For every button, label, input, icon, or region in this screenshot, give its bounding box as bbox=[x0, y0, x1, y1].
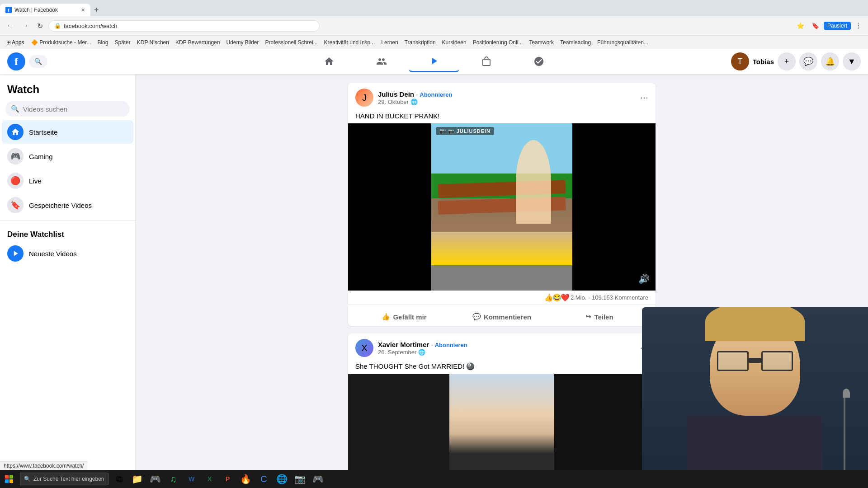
bookmark-item[interactable]: KDP Nischen bbox=[135, 38, 171, 47]
comment-label: Kommentieren bbox=[484, 313, 531, 321]
word-icon[interactable]: W bbox=[183, 470, 201, 488]
bookmark-label-11: Positionierung Onli... bbox=[473, 39, 523, 46]
bookmark-label-1: Blog bbox=[97, 39, 108, 46]
address-bar[interactable]: 🔒 facebook.com/watch bbox=[48, 20, 320, 32]
bookmark-item[interactable]: Blog bbox=[95, 38, 110, 47]
post-more-button-1[interactable]: ··· bbox=[640, 92, 648, 103]
add-button[interactable]: + bbox=[778, 52, 796, 70]
subscribe-button-2[interactable]: Abonnieren bbox=[435, 342, 467, 348]
taskview-button[interactable]: ⧉ bbox=[110, 470, 128, 488]
nav-marketplace[interactable] bbox=[461, 51, 512, 72]
bookmark-icon[interactable]: 🔖 bbox=[809, 20, 822, 31]
profile-icon[interactable]: Pausiert bbox=[824, 22, 851, 30]
bookmark-item[interactable]: Später bbox=[113, 38, 132, 47]
sidebar-item-startseite[interactable]: Startseite bbox=[2, 120, 133, 144]
apps-bookmark[interactable]: ⊞ Apps bbox=[4, 38, 27, 47]
sidebar-item-saved[interactable]: 🔖 Gespeicherte Videos bbox=[2, 193, 133, 217]
nav-friends[interactable] bbox=[356, 51, 407, 72]
post-video-2[interactable] bbox=[348, 374, 656, 474]
browser-chrome: f Watch | Facebook ✕ + ← → ↻ 🔒 facebook.… bbox=[0, 0, 868, 49]
comment-icon: 💬 bbox=[472, 313, 481, 321]
share-button-1[interactable]: ↪ Teilen bbox=[551, 309, 648, 324]
active-tab[interactable]: f Watch | Facebook ✕ bbox=[0, 4, 90, 16]
extensions-icon[interactable]: ⭐ bbox=[794, 20, 807, 31]
explorer-icon[interactable]: 📁 bbox=[128, 470, 146, 488]
lock-icon: 🔒 bbox=[54, 23, 61, 29]
sidebar-label-newest: Neueste Videos bbox=[29, 250, 77, 258]
nav-watch[interactable] bbox=[409, 51, 459, 72]
edge-icon[interactable]: 🔥 bbox=[237, 470, 255, 488]
bookmark-label-12: Teamwork bbox=[529, 39, 554, 46]
bookmark-label-8: Lernen bbox=[381, 39, 398, 46]
taskbar-search-icon: 🔍 bbox=[24, 476, 31, 482]
photo-icon[interactable]: 📷 bbox=[291, 470, 309, 488]
bookmark-item[interactable]: Lernen bbox=[379, 38, 400, 47]
excel-icon[interactable]: X bbox=[201, 470, 219, 488]
apps-label: Apps bbox=[12, 39, 24, 46]
bookmark-label-14: Führungsqualitäten... bbox=[597, 39, 648, 46]
bookmark-item[interactable]: Udemy Bilder bbox=[224, 38, 260, 47]
like-reaction-icon: 👍 bbox=[544, 293, 553, 302]
taskbar-search-text: Zur Suche Text hier eingeben bbox=[33, 476, 104, 482]
video-watermark-1: 📷 JULIUSDEIN bbox=[448, 128, 491, 134]
browser-icon-2[interactable]: 🌐 bbox=[273, 470, 291, 488]
comment-button-1[interactable]: 💬 Kommentieren bbox=[453, 309, 551, 324]
bookmark-item[interactable]: Kursideen bbox=[440, 38, 468, 47]
post-header-2: X Xavier Mortimer · Abonnieren 26. Septe… bbox=[348, 333, 656, 361]
sidebar-item-live[interactable]: 🔴 Live bbox=[2, 169, 133, 192]
nav-groups[interactable] bbox=[514, 51, 564, 72]
bookmark-item[interactable]: Positionierung Onli... bbox=[471, 38, 525, 47]
reaction-count: 2 Mio. bbox=[571, 294, 586, 301]
bookmark-item[interactable]: 🔶 Produktsuche - Mer... bbox=[29, 38, 93, 47]
post-header-1: J Julius Dein · Abonnieren 29. Oktober 🌐… bbox=[348, 83, 656, 110]
sidebar-search-bar[interactable]: 🔍 bbox=[5, 101, 130, 117]
xbox-icon[interactable]: 🎮 bbox=[309, 470, 327, 488]
sidebar-item-gaming[interactable]: 🎮 Gaming bbox=[2, 145, 133, 168]
bookmark-item[interactable]: Führungsqualitäten... bbox=[595, 38, 650, 47]
menu-icon[interactable]: ⋮ bbox=[853, 20, 864, 31]
search-icon: 🔍 bbox=[34, 58, 42, 65]
sidebar-label-live: Live bbox=[29, 177, 42, 185]
bookmark-label-3: KDP Nischen bbox=[137, 39, 169, 46]
video-sound-button[interactable]: 🔊 bbox=[637, 272, 651, 286]
post-video-1[interactable]: 📷 📷 JULIUSDEIN 🔊 bbox=[348, 123, 656, 291]
chrome-icon[interactable]: C bbox=[255, 470, 273, 488]
tab-close-button[interactable]: ✕ bbox=[81, 7, 85, 13]
spotify-icon[interactable]: ♫ bbox=[165, 470, 183, 488]
post-title-2: She THOUGHT She Got MARRIED! 🎱 bbox=[348, 361, 656, 374]
username-label: Tobias bbox=[753, 58, 774, 66]
address-text: facebook.com/watch bbox=[64, 23, 118, 29]
user-avatar[interactable]: T bbox=[731, 52, 749, 70]
webcam-person bbox=[642, 307, 868, 488]
like-button-1[interactable]: 👍 Gefällt mir bbox=[355, 309, 453, 324]
bookmark-item[interactable]: Transkription bbox=[403, 38, 438, 47]
bookmark-label-5: Udemy Bilder bbox=[226, 39, 259, 46]
haha-reaction-icon: 😂 bbox=[552, 293, 561, 302]
search-bar[interactable]: 🔍 bbox=[29, 55, 47, 68]
newest-icon bbox=[7, 245, 24, 262]
reload-button[interactable]: ↻ bbox=[34, 20, 46, 32]
bookmark-item[interactable]: Teamleading bbox=[558, 38, 593, 47]
bookmark-item[interactable]: KDP Bewertungen bbox=[174, 38, 222, 47]
forward-button[interactable]: → bbox=[19, 20, 32, 32]
back-button[interactable]: ← bbox=[4, 20, 16, 32]
subscribe-button-1[interactable]: Abonnieren bbox=[420, 91, 452, 98]
menu-dropdown-button[interactable]: ▼ bbox=[843, 52, 861, 70]
taskbar-search[interactable]: 🔍 Zur Suche Text hier eingeben bbox=[20, 473, 108, 485]
post-avatar-1: J bbox=[355, 89, 373, 107]
taskbar-app-3[interactable]: 🎮 bbox=[146, 470, 165, 488]
nav-home[interactable] bbox=[304, 51, 354, 72]
new-tab-button[interactable]: + bbox=[90, 5, 103, 15]
bookmark-item[interactable]: Professionell Schrei... bbox=[264, 38, 320, 47]
bookmark-item[interactable]: Teamwork bbox=[527, 38, 556, 47]
notifications-icon[interactable]: 🔔 bbox=[821, 52, 839, 70]
apps-grid-icon: ⊞ bbox=[6, 39, 11, 46]
bookmark-item[interactable]: Kreativität und Insp... bbox=[322, 38, 377, 47]
gaming-icon: 🎮 bbox=[7, 148, 24, 164]
messenger-icon[interactable]: 💬 bbox=[799, 52, 817, 70]
powerpoint-icon[interactable]: P bbox=[219, 470, 237, 488]
bookmark-label-0: Produktsuche - Mer... bbox=[39, 39, 91, 46]
sidebar-search-input[interactable] bbox=[23, 105, 124, 113]
start-button[interactable] bbox=[0, 470, 18, 488]
sidebar-item-newest[interactable]: Neueste Videos bbox=[2, 242, 133, 265]
